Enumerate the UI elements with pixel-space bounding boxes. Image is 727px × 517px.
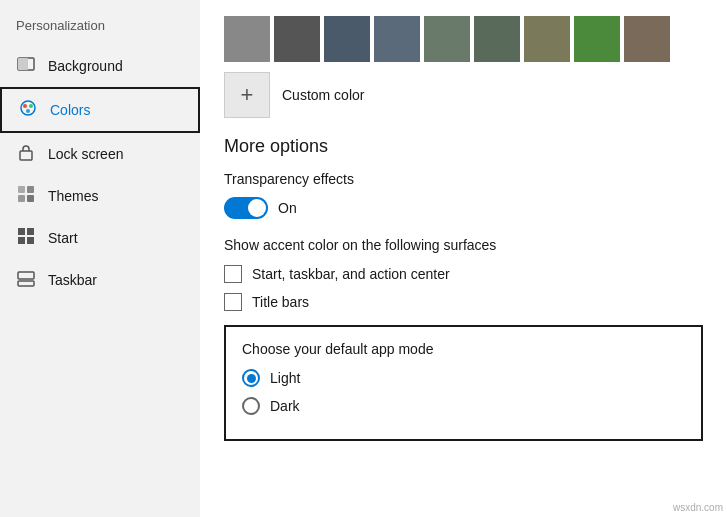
watermark: wsxdn.com [673, 502, 723, 513]
svg-rect-8 [27, 186, 34, 193]
radio-dark-label: Dark [270, 398, 300, 414]
app-mode-title: Choose your default app mode [242, 341, 685, 357]
svg-rect-12 [27, 228, 34, 235]
svg-rect-1 [18, 58, 28, 70]
sidebar-item-taskbar[interactable]: Taskbar [0, 259, 200, 301]
app-mode-box: Choose your default app mode Light Dark [224, 325, 703, 441]
swatch-6[interactable] [474, 16, 520, 62]
swatch-1[interactable] [224, 16, 270, 62]
start-icon [16, 227, 36, 249]
sidebar-item-themes[interactable]: Themes [0, 175, 200, 217]
svg-rect-9 [18, 195, 25, 202]
swatch-9[interactable] [624, 16, 670, 62]
radio-light-label: Light [270, 370, 300, 386]
checkbox-start[interactable] [224, 265, 242, 283]
radio-light-outer[interactable] [242, 369, 260, 387]
transparency-toggle[interactable] [224, 197, 268, 219]
sidebar-item-start[interactable]: Start [0, 217, 200, 259]
custom-color-button[interactable]: + Custom color [224, 72, 703, 118]
svg-rect-13 [18, 237, 25, 244]
transparency-label: Transparency effects [224, 171, 703, 187]
radio-dark-outer[interactable] [242, 397, 260, 415]
swatch-7[interactable] [524, 16, 570, 62]
svg-rect-15 [18, 281, 34, 286]
themes-icon [16, 185, 36, 207]
checkbox-titlebars-label: Title bars [252, 294, 309, 310]
colors-icon [18, 99, 38, 121]
svg-rect-7 [18, 186, 25, 193]
radio-light[interactable]: Light [242, 369, 685, 387]
svg-rect-14 [27, 237, 34, 244]
swatch-4[interactable] [374, 16, 420, 62]
toggle-row: On [224, 197, 703, 219]
plus-icon: + [241, 84, 254, 106]
toggle-knob [248, 199, 266, 217]
custom-color-label: Custom color [282, 87, 364, 103]
svg-rect-11 [18, 228, 25, 235]
sidebar-item-background[interactable]: Background [0, 45, 200, 87]
sidebar-item-lockscreen[interactable]: Lock screen [0, 133, 200, 175]
custom-color-box: + [224, 72, 270, 118]
sidebar-item-lockscreen-label: Lock screen [48, 146, 123, 162]
sidebar: Personalization Background Colors [0, 0, 200, 517]
color-swatches-top [224, 16, 703, 62]
svg-point-3 [23, 104, 27, 108]
show-accent-label: Show accent color on the following surfa… [224, 237, 703, 253]
more-options-title: More options [224, 136, 703, 157]
app-container: Personalization Background Colors [0, 0, 727, 517]
svg-rect-16 [18, 272, 34, 279]
svg-point-5 [26, 109, 30, 113]
svg-rect-6 [20, 151, 32, 160]
sidebar-item-themes-label: Themes [48, 188, 99, 204]
background-icon [16, 55, 36, 77]
toggle-on-label: On [278, 200, 297, 216]
main-content: + Custom color More options Transparency… [200, 0, 727, 517]
taskbar-icon [16, 269, 36, 291]
sidebar-item-start-label: Start [48, 230, 78, 246]
swatch-8[interactable] [574, 16, 620, 62]
checkbox-row-titlebars[interactable]: Title bars [224, 293, 703, 311]
checkbox-titlebars[interactable] [224, 293, 242, 311]
swatch-3[interactable] [324, 16, 370, 62]
sidebar-item-background-label: Background [48, 58, 123, 74]
swatch-5[interactable] [424, 16, 470, 62]
radio-light-inner [247, 374, 256, 383]
lockscreen-icon [16, 143, 36, 165]
sidebar-title: Personalization [0, 10, 200, 45]
sidebar-item-taskbar-label: Taskbar [48, 272, 97, 288]
checkbox-row-start[interactable]: Start, taskbar, and action center [224, 265, 703, 283]
svg-rect-10 [27, 195, 34, 202]
svg-point-4 [29, 104, 33, 108]
sidebar-item-colors-label: Colors [50, 102, 90, 118]
swatch-2[interactable] [274, 16, 320, 62]
checkbox-start-label: Start, taskbar, and action center [252, 266, 450, 282]
sidebar-item-colors[interactable]: Colors [0, 87, 200, 133]
radio-dark[interactable]: Dark [242, 397, 685, 415]
